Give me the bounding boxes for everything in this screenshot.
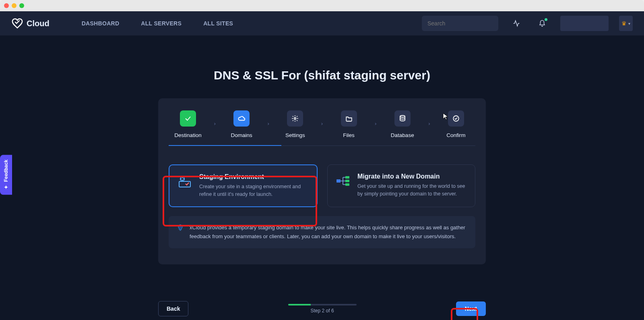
search-input[interactable] bbox=[427, 20, 498, 27]
wizard-footer: Back Step 2 of 6 Next bbox=[0, 297, 644, 320]
sparkle-icon: ✦ bbox=[3, 184, 9, 190]
chevron-right-icon: › bbox=[321, 121, 323, 127]
svg-point-3 bbox=[400, 116, 405, 118]
step-files[interactable]: Files bbox=[330, 110, 368, 145]
domain-options: Staging Environment Create your site in … bbox=[169, 164, 475, 207]
svg-rect-5 bbox=[179, 181, 190, 187]
progress-fill bbox=[288, 304, 311, 305]
progress-indicator: Step 2 of 6 bbox=[188, 304, 456, 314]
lightbulb-icon bbox=[177, 224, 184, 231]
step-label: Settings bbox=[285, 132, 305, 138]
brand-logo[interactable]: Cloud bbox=[11, 17, 50, 29]
migrate-icon bbox=[335, 173, 351, 189]
step-settings[interactable]: Settings bbox=[276, 110, 314, 145]
step-database[interactable]: Database bbox=[383, 110, 422, 145]
search-box[interactable] bbox=[422, 16, 498, 31]
info-text: xCloud provides a temporary staging doma… bbox=[190, 223, 467, 241]
step-label: Database bbox=[391, 132, 414, 138]
step-label: Destination bbox=[174, 132, 202, 138]
page-title: DNS & SSL For (shifat staging server) bbox=[0, 69, 644, 82]
feedback-tab[interactable]: ✦ Feedback bbox=[0, 155, 12, 195]
option-title: Migrate into a New Domain bbox=[357, 173, 467, 180]
notification-dot bbox=[545, 18, 547, 21]
folder-icon bbox=[345, 115, 353, 122]
option-desc: Create your site in a staging environmen… bbox=[199, 183, 309, 198]
crown-icon: ♛ bbox=[621, 20, 627, 27]
chevron-right-icon: › bbox=[428, 121, 430, 127]
chevron-right-icon: › bbox=[375, 121, 376, 127]
option-desc: Get your site up and running for the wor… bbox=[357, 183, 467, 198]
nav-link-dashboard[interactable]: DASHBOARD bbox=[76, 18, 125, 29]
next-button[interactable]: Next bbox=[456, 301, 486, 316]
chevron-right-icon: › bbox=[268, 121, 269, 127]
step-label: Files bbox=[343, 132, 355, 138]
chevron-down-icon: ▾ bbox=[628, 21, 630, 26]
feedback-label: Feedback bbox=[3, 160, 9, 182]
svg-rect-8 bbox=[345, 176, 349, 179]
step-confirm[interactable]: Confirm bbox=[437, 110, 475, 145]
mac-close-dot[interactable] bbox=[4, 3, 9, 8]
progress-track bbox=[288, 304, 357, 305]
staging-icon bbox=[177, 173, 193, 189]
account-menu[interactable]: ♛▾ bbox=[619, 16, 633, 31]
mac-zoom-dot[interactable] bbox=[19, 3, 24, 8]
nav-link-all-servers[interactable]: ALL SERVERS bbox=[135, 18, 187, 29]
svg-point-2 bbox=[294, 118, 296, 120]
option-title: Staging Environment bbox=[199, 173, 309, 181]
mac-minimize-dot[interactable] bbox=[12, 3, 17, 8]
progress-label: Step 2 of 6 bbox=[311, 308, 334, 314]
gear-icon bbox=[291, 115, 299, 122]
bell-icon[interactable] bbox=[535, 16, 550, 31]
confirm-icon bbox=[452, 115, 460, 122]
step-domains[interactable]: Domains bbox=[222, 110, 261, 145]
svg-rect-9 bbox=[345, 180, 349, 182]
step-underline bbox=[169, 145, 281, 146]
user-avatar-block[interactable] bbox=[560, 16, 609, 31]
brand-text: Cloud bbox=[27, 19, 50, 28]
cloud-icon bbox=[238, 115, 245, 122]
option-migrate-new-domain[interactable]: Migrate into a New Domain Get your site … bbox=[327, 164, 475, 207]
database-icon bbox=[399, 115, 406, 122]
wizard-panel: Destination › Domains › Settings › Files… bbox=[158, 98, 486, 264]
info-callout: xCloud provides a temporary staging doma… bbox=[169, 216, 475, 248]
top-nav: Cloud DASHBOARD ALL SERVERS ALL SITES ♛▾ bbox=[0, 11, 644, 35]
heart-cloud-icon bbox=[11, 17, 23, 29]
check-icon bbox=[184, 115, 192, 122]
svg-rect-7 bbox=[336, 179, 341, 183]
chevron-right-icon: › bbox=[214, 121, 215, 127]
step-label: Confirm bbox=[446, 132, 465, 138]
step-destination[interactable]: Destination bbox=[169, 110, 207, 145]
back-button[interactable]: Back bbox=[158, 301, 188, 316]
option-staging-environment[interactable]: Staging Environment Create your site in … bbox=[169, 164, 318, 207]
mac-titlebar bbox=[0, 0, 644, 11]
step-label: Domains bbox=[231, 132, 252, 138]
nav-link-all-sites[interactable]: ALL SITES bbox=[198, 18, 239, 29]
activity-icon[interactable] bbox=[509, 16, 524, 31]
svg-rect-10 bbox=[345, 183, 349, 186]
step-indicator: Destination › Domains › Settings › Files… bbox=[169, 110, 475, 146]
app-root: Cloud DASHBOARD ALL SERVERS ALL SITES ♛▾… bbox=[0, 11, 644, 320]
